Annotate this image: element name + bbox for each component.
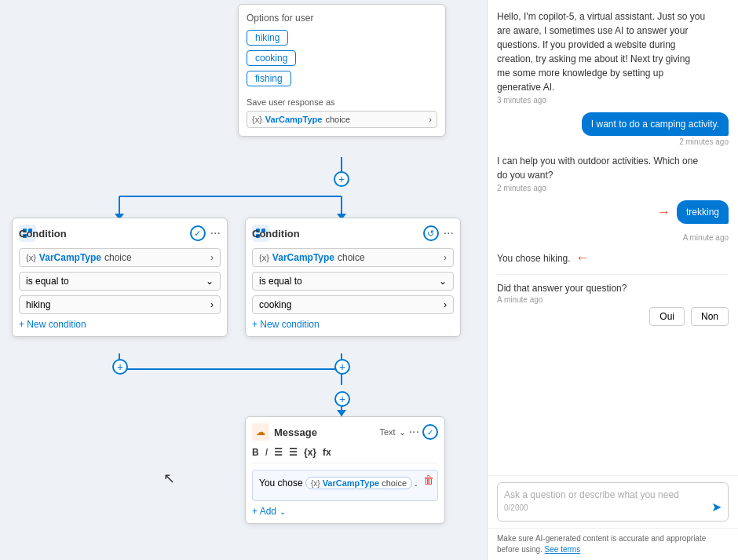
condition1-header-left: Condition	[19, 225, 36, 242]
msg-type-chevron: ⌄	[399, 427, 406, 437]
c1-operator: is equal to	[26, 276, 69, 287]
option-cooking[interactable]: cooking	[247, 50, 296, 66]
feedback-buttons: Oui Non	[497, 307, 729, 326]
chip-icon: {x}	[311, 479, 320, 488]
variable-row[interactable]: {x} VarCampType choice ›	[247, 111, 437, 128]
bot-message-2: I can help you with outdoor activities. …	[497, 154, 729, 192]
toolbar-variable[interactable]: {x}	[304, 447, 316, 458]
btn-yes[interactable]: Oui	[649, 307, 685, 326]
btn-no[interactable]: Non	[691, 307, 729, 326]
condition2-value-row[interactable]: cooking ›	[252, 295, 454, 314]
c1-chevron: ›	[210, 252, 214, 263]
c2-val-chevron: ›	[444, 299, 447, 310]
trekking-msg-wrap: → trekking	[497, 200, 729, 224]
c2-var-name: VarCampType	[272, 252, 334, 263]
message-title: Message	[274, 426, 317, 438]
condition2-title: Condition	[252, 228, 468, 240]
condition1-var-row[interactable]: {x} VarCampType choice ›	[19, 248, 221, 267]
c2-var-type: choice	[338, 252, 365, 263]
msg-var-chip[interactable]: {x} VarCampType choice	[305, 477, 412, 489]
var-icon: {x}	[252, 115, 262, 124]
msg-text-before: You chose	[259, 478, 303, 489]
chat-input-box[interactable]: Ask a question or describe what you need…	[497, 482, 729, 522]
c1-var-icon: {x}	[26, 253, 36, 262]
bot-timestamp-2: 2 minutes ago	[497, 184, 729, 192]
message-content-area: You chose {x} VarCampType choice . 🗑	[252, 470, 438, 501]
condition1-title: Condition	[19, 228, 235, 240]
plus-button-top[interactable]: +	[334, 171, 349, 187]
trekking-bubble: trekking	[677, 200, 729, 224]
condition2-var-row[interactable]: {x} VarCampType choice ›	[252, 248, 454, 267]
condition2-header-left: Condition	[252, 225, 269, 242]
you-chose-msg: You chose hiking. ←	[497, 250, 729, 266]
toolbar-list-ol[interactable]: ☰	[289, 447, 298, 458]
bot-msg-2-text: I can help you with outdoor activities. …	[497, 154, 706, 182]
see-terms-link[interactable]: See terms	[545, 545, 581, 554]
plus-button-merge[interactable]: +	[334, 391, 350, 407]
message-toolbar: B I ☰ ☰ {x} fx	[252, 447, 438, 463]
add-chevron: ⌄	[279, 507, 286, 516]
option-hiking[interactable]: hiking	[247, 30, 288, 46]
c1-op-chevron: ⌄	[206, 276, 214, 287]
message-header-left: ☁ Message	[252, 423, 317, 441]
c1-value: hiking	[26, 299, 50, 310]
plus-button-left[interactable]: +	[112, 359, 128, 375]
canvas-area: Options for user hiking cooking fishing …	[0, 0, 487, 560]
trekking-timestamp: A minute ago	[497, 233, 729, 242]
message-add-row[interactable]: + Add ⌄	[252, 506, 438, 517]
c2-var-icon: {x}	[259, 253, 269, 262]
condition2-add[interactable]: + New condition	[252, 319, 454, 330]
bot-message-1: Hello, I'm copilot-5, a virtual assistan…	[497, 9, 729, 104]
var-name: VarCampType	[265, 115, 323, 124]
chip-type: choice	[382, 478, 407, 488]
arrow-icon-trekking: →	[656, 204, 670, 221]
user-timestamp-1: 2 minutes ago	[679, 137, 729, 146]
cursor: ↖	[163, 470, 175, 487]
bot-msg-1-text: Hello, I'm copilot-5, a virtual assistan…	[497, 9, 706, 94]
plus-button-right[interactable]: +	[334, 359, 350, 375]
message-icon: ☁	[252, 423, 269, 441]
condition2-operator-row[interactable]: is equal to ⌄	[252, 272, 454, 291]
c1-var-type: choice	[104, 252, 132, 263]
c2-operator: is equal to	[259, 276, 302, 287]
condition1-header: Condition ✓ ···	[19, 225, 221, 242]
condition1-value-row[interactable]: hiking ›	[19, 295, 221, 314]
feedback-timestamp: A minute ago	[497, 295, 729, 304]
c2-chevron: ›	[444, 252, 447, 263]
user-msg-1: I want to do a camping activity.	[582, 112, 729, 136]
msg-type: Text	[379, 427, 395, 437]
message-node: ☁ Message Text ⌄ ··· ✓ B I ☰ ☰ {x} fx Yo…	[245, 416, 445, 524]
condition2-header: Condition ↺ ···	[252, 225, 454, 242]
options-node: Options for user hiking cooking fishing …	[238, 4, 446, 137]
bot-timestamp-1: 3 minutes ago	[497, 96, 729, 104]
save-response-label: Save user response as	[247, 97, 437, 107]
option-fishing[interactable]: fishing	[247, 71, 291, 86]
message-menu[interactable]: ···	[409, 425, 419, 439]
chat-messages: Hello, I'm copilot-5, a virtual assistan…	[488, 0, 738, 475]
msg-text-after: .	[415, 478, 417, 489]
condition-node-1: Condition ✓ ··· {x} VarCampType choice ›…	[12, 218, 228, 337]
chat-input-placeholder: Ask a question or describe what you need	[504, 489, 722, 500]
c2-op-chevron: ⌄	[439, 276, 447, 287]
feedback-section: Did that answer your question? A minute …	[497, 283, 729, 326]
chat-send-button[interactable]: ➤	[711, 500, 722, 514]
chip-name: VarCampType	[323, 478, 380, 488]
condition1-add[interactable]: + New condition	[19, 319, 221, 330]
red-arrow-icon: ←	[575, 250, 590, 266]
you-chose-text: You chose hiking.	[497, 253, 571, 264]
feedback-question: Did that answer your question?	[497, 283, 729, 294]
message-type-row[interactable]: Text ⌄ ··· ✓	[379, 424, 438, 440]
condition1-operator-row[interactable]: is equal to ⌄	[19, 272, 221, 291]
toolbar-italic[interactable]: I	[265, 447, 268, 458]
toolbar-list-ul[interactable]: ☰	[274, 447, 283, 458]
toolbar-formula[interactable]: fx	[323, 447, 331, 458]
chat-input-area: Ask a question or describe what you need…	[488, 475, 738, 528]
c1-var-name: VarCampType	[39, 252, 101, 263]
var-chevron: ›	[429, 115, 432, 124]
var-type: choice	[325, 115, 350, 124]
user-message-1-wrap: I want to do a camping activity. 2 minut…	[497, 112, 729, 146]
toolbar-bold[interactable]: B	[252, 447, 259, 458]
chat-char-count: 0/2000	[504, 503, 722, 512]
disclaimer-text: Make sure AI-generated content is accura…	[497, 534, 706, 554]
delete-icon[interactable]: 🗑	[423, 474, 434, 486]
